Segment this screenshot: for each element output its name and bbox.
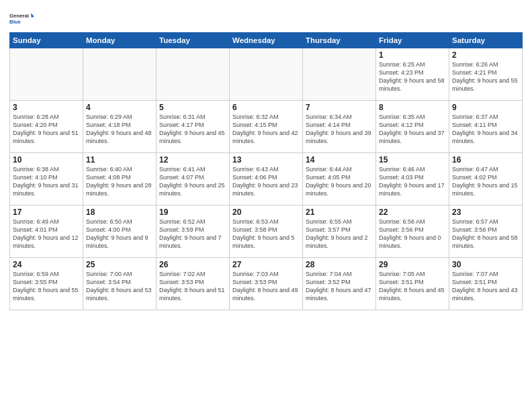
svg-text:Blue: Blue: [9, 19, 21, 25]
day-info: Sunrise: 7:03 AM Sunset: 3:53 PM Dayligh…: [232, 270, 300, 303]
day-number: 28: [306, 260, 373, 269]
day-info: Sunrise: 6:29 AM Sunset: 4:18 PM Dayligh…: [86, 113, 153, 146]
calendar-header: SundayMondayTuesdayWednesdayThursdayFrid…: [10, 32, 523, 48]
day-number: 25: [86, 260, 153, 269]
day-number: 22: [379, 208, 446, 217]
day-info: Sunrise: 6:55 AM Sunset: 3:57 PM Dayligh…: [306, 218, 373, 250]
calendar-cell-w0d4: [303, 48, 376, 100]
calendar-cell-w0d3: [230, 48, 303, 100]
day-number: 7: [306, 103, 373, 112]
day-number: 11: [86, 155, 153, 165]
day-number: 8: [379, 103, 446, 112]
day-number: 12: [159, 155, 226, 165]
logo: General Blue: [9, 8, 34, 30]
day-number: 27: [232, 260, 300, 269]
day-number: 19: [159, 208, 226, 217]
day-info: Sunrise: 6:25 AM Sunset: 4:23 PM Dayligh…: [379, 60, 446, 93]
calendar-cell-w1d1: 4Sunrise: 6:29 AM Sunset: 4:18 PM Daylig…: [83, 100, 157, 152]
day-info: Sunrise: 6:31 AM Sunset: 4:17 PM Dayligh…: [159, 113, 226, 146]
day-info: Sunrise: 6:44 AM Sunset: 4:05 PM Dayligh…: [306, 165, 373, 198]
day-info: Sunrise: 6:38 AM Sunset: 4:10 PM Dayligh…: [13, 165, 80, 198]
calendar-cell-w4d6: 30Sunrise: 7:07 AM Sunset: 3:51 PM Dayli…: [449, 257, 523, 310]
calendar-container: General Blue SundayMondayTuesdayWednesda…: [0, 0, 532, 411]
day-info: Sunrise: 6:26 AM Sunset: 4:21 PM Dayligh…: [452, 60, 519, 93]
day-info: Sunrise: 7:07 AM Sunset: 3:51 PM Dayligh…: [452, 270, 519, 303]
day-info: Sunrise: 6:50 AM Sunset: 4:00 PM Dayligh…: [86, 218, 153, 250]
calendar-cell-w3d3: 20Sunrise: 6:53 AM Sunset: 3:58 PM Dayli…: [230, 205, 303, 257]
calendar-cell-w1d6: 9Sunrise: 6:37 AM Sunset: 4:11 PM Daylig…: [449, 100, 523, 152]
day-info: Sunrise: 6:37 AM Sunset: 4:11 PM Dayligh…: [452, 113, 519, 146]
day-info: Sunrise: 6:47 AM Sunset: 4:02 PM Dayligh…: [452, 165, 519, 198]
calendar-cell-w1d5: 8Sunrise: 6:35 AM Sunset: 4:12 PM Daylig…: [376, 100, 449, 152]
calendar-cell-w1d3: 6Sunrise: 6:32 AM Sunset: 4:15 PM Daylig…: [230, 100, 303, 152]
logo-svg: General Blue: [9, 8, 34, 30]
weekday-header-friday: Friday: [376, 32, 449, 48]
calendar-table: SundayMondayTuesdayWednesdayThursdayFrid…: [9, 32, 523, 310]
calendar-cell-w0d2: [157, 48, 230, 100]
calendar-cell-w3d0: 17Sunrise: 6:49 AM Sunset: 4:01 PM Dayli…: [10, 205, 83, 257]
day-number: 30: [452, 260, 519, 269]
day-info: Sunrise: 7:04 AM Sunset: 3:52 PM Dayligh…: [306, 270, 373, 303]
day-number: 16: [452, 155, 519, 165]
day-number: 1: [379, 50, 446, 60]
calendar-cell-w2d5: 15Sunrise: 6:46 AM Sunset: 4:03 PM Dayli…: [376, 152, 449, 205]
header: General Blue: [9, 8, 523, 30]
calendar-cell-w2d3: 13Sunrise: 6:43 AM Sunset: 4:06 PM Dayli…: [230, 152, 303, 205]
day-number: 24: [13, 260, 80, 269]
day-number: 6: [232, 103, 300, 112]
calendar-cell-w3d4: 21Sunrise: 6:55 AM Sunset: 3:57 PM Dayli…: [303, 205, 376, 257]
day-info: Sunrise: 6:56 AM Sunset: 3:56 PM Dayligh…: [379, 218, 446, 250]
calendar-cell-w0d6: 2Sunrise: 6:26 AM Sunset: 4:21 PM Daylig…: [449, 48, 523, 100]
calendar-cell-w0d5: 1Sunrise: 6:25 AM Sunset: 4:23 PM Daylig…: [376, 48, 449, 100]
weekday-header-tuesday: Tuesday: [157, 32, 230, 48]
calendar-cell-w3d5: 22Sunrise: 6:56 AM Sunset: 3:56 PM Dayli…: [376, 205, 449, 257]
calendar-cell-w3d6: 23Sunrise: 6:57 AM Sunset: 3:56 PM Dayli…: [449, 205, 523, 257]
day-number: 15: [379, 155, 446, 165]
weekday-header-monday: Monday: [83, 32, 157, 48]
day-info: Sunrise: 6:43 AM Sunset: 4:06 PM Dayligh…: [232, 165, 300, 198]
day-info: Sunrise: 6:46 AM Sunset: 4:03 PM Dayligh…: [379, 165, 446, 198]
day-number: 18: [86, 208, 153, 217]
calendar-cell-w1d0: 3Sunrise: 6:28 AM Sunset: 4:20 PM Daylig…: [10, 100, 83, 152]
day-info: Sunrise: 6:41 AM Sunset: 4:07 PM Dayligh…: [159, 165, 226, 198]
day-number: 4: [86, 103, 153, 112]
calendar-cell-w2d0: 10Sunrise: 6:38 AM Sunset: 4:10 PM Dayli…: [10, 152, 83, 205]
calendar-cell-w1d4: 7Sunrise: 6:34 AM Sunset: 4:14 PM Daylig…: [303, 100, 376, 152]
day-info: Sunrise: 6:32 AM Sunset: 4:15 PM Dayligh…: [232, 113, 300, 146]
calendar-cell-w4d2: 26Sunrise: 7:02 AM Sunset: 3:53 PM Dayli…: [157, 257, 230, 310]
day-number: 13: [232, 155, 300, 165]
calendar-cell-w2d1: 11Sunrise: 6:40 AM Sunset: 4:08 PM Dayli…: [83, 152, 157, 205]
weekday-header-thursday: Thursday: [303, 32, 376, 48]
day-info: Sunrise: 6:53 AM Sunset: 3:58 PM Dayligh…: [232, 218, 300, 250]
calendar-cell-w3d1: 18Sunrise: 6:50 AM Sunset: 4:00 PM Dayli…: [83, 205, 157, 257]
day-info: Sunrise: 7:05 AM Sunset: 3:51 PM Dayligh…: [379, 270, 446, 303]
day-number: 29: [379, 260, 446, 269]
day-info: Sunrise: 6:49 AM Sunset: 4:01 PM Dayligh…: [13, 218, 80, 250]
day-info: Sunrise: 6:52 AM Sunset: 3:59 PM Dayligh…: [159, 218, 226, 250]
weekday-header-sunday: Sunday: [10, 32, 83, 48]
calendar-cell-w3d2: 19Sunrise: 6:52 AM Sunset: 3:59 PM Dayli…: [157, 205, 230, 257]
day-info: Sunrise: 6:57 AM Sunset: 3:56 PM Dayligh…: [452, 218, 519, 250]
calendar-cell-w4d0: 24Sunrise: 6:59 AM Sunset: 3:55 PM Dayli…: [10, 257, 83, 310]
calendar-cell-w4d3: 27Sunrise: 7:03 AM Sunset: 3:53 PM Dayli…: [230, 257, 303, 310]
day-info: Sunrise: 6:40 AM Sunset: 4:08 PM Dayligh…: [86, 165, 153, 198]
day-number: 14: [306, 155, 373, 165]
calendar-cell-w2d6: 16Sunrise: 6:47 AM Sunset: 4:02 PM Dayli…: [449, 152, 523, 205]
calendar-cell-w1d2: 5Sunrise: 6:31 AM Sunset: 4:17 PM Daylig…: [157, 100, 230, 152]
day-number: 17: [13, 208, 80, 217]
day-info: Sunrise: 7:00 AM Sunset: 3:54 PM Dayligh…: [86, 270, 153, 303]
day-info: Sunrise: 6:34 AM Sunset: 4:14 PM Dayligh…: [306, 113, 373, 146]
calendar-cell-w0d0: [10, 48, 83, 100]
calendar-cell-w2d2: 12Sunrise: 6:41 AM Sunset: 4:07 PM Dayli…: [157, 152, 230, 205]
calendar-cell-w2d4: 14Sunrise: 6:44 AM Sunset: 4:05 PM Dayli…: [303, 152, 376, 205]
day-number: 10: [13, 155, 80, 165]
day-number: 23: [452, 208, 519, 217]
calendar-cell-w4d4: 28Sunrise: 7:04 AM Sunset: 3:52 PM Dayli…: [303, 257, 376, 310]
calendar-cell-w4d1: 25Sunrise: 7:00 AM Sunset: 3:54 PM Dayli…: [83, 257, 157, 310]
day-number: 20: [232, 208, 300, 217]
svg-marker-2: [31, 13, 34, 17]
calendar-cell-w0d1: [83, 48, 157, 100]
day-number: 2: [452, 50, 519, 60]
day-info: Sunrise: 7:02 AM Sunset: 3:53 PM Dayligh…: [159, 270, 226, 303]
weekday-header-wednesday: Wednesday: [230, 32, 303, 48]
